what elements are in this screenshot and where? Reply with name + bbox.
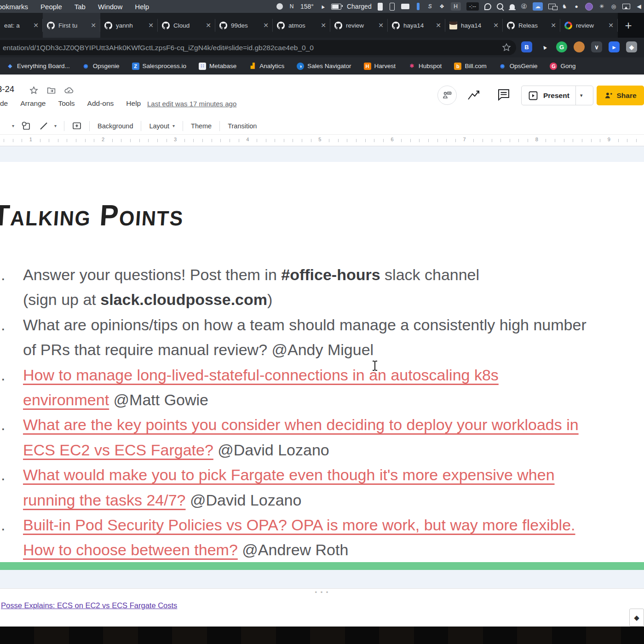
timer-display[interactable]: -:-- — [466, 2, 479, 11]
bookmark-salesprocess-io[interactable]: ZSalesprocess.io — [132, 63, 186, 70]
sparkle-icon[interactable]: ✳ — [598, 2, 605, 11]
line-tool-caret[interactable]: ▾ — [54, 123, 57, 128]
temperature-reading[interactable]: 158° — [300, 2, 314, 11]
slide-list-line[interactable]: .Answer your questions! Post them in #of… — [23, 262, 644, 287]
slides-menu-arrange[interactable]: Arrange — [20, 99, 46, 108]
slides-menu-help[interactable]: Help — [126, 99, 141, 108]
transition-button[interactable]: Transition — [228, 122, 257, 130]
slide-link-text[interactable]: What are the key points you consider whe… — [23, 416, 579, 433]
activity-dashboard-icon[interactable] — [466, 88, 481, 102]
docker-icon[interactable]: ♞ — [561, 2, 568, 11]
slide-list-line[interactable]: environment @Matt Gowie — [23, 387, 644, 412]
present-button[interactable]: Present ▾ — [521, 86, 593, 105]
bookmark-star-icon[interactable] — [501, 42, 512, 52]
phone-icon[interactable] — [389, 2, 396, 11]
browser-tab-cloud[interactable]: Cloud✕ — [158, 13, 215, 38]
browser-tab-review[interactable]: review✕ — [330, 13, 388, 38]
rocket-icon[interactable]: ▲ — [318, 1, 327, 12]
slide-list-line[interactable]: .How to manage long-lived-stateful-conne… — [23, 362, 644, 387]
bookmark-sales-navigator[interactable]: ◑Sales Navigator — [297, 63, 351, 70]
share-button[interactable]: Share — [597, 86, 644, 105]
meter-icon[interactable] — [415, 2, 421, 11]
background-button[interactable]: Background — [98, 122, 133, 130]
toolbar-dropdown-caret[interactable]: ▾ — [12, 123, 14, 128]
diamond-app-icon[interactable]: ❖ — [439, 2, 445, 11]
slide-list-line[interactable]: running the tasks 24/7? @David Lozano — [23, 488, 644, 512]
macos-menu-tab[interactable]: Tab — [75, 3, 86, 11]
loom-extension-icon[interactable]: ▸ — [609, 41, 620, 52]
hazel-icon[interactable]: H — [451, 2, 461, 11]
document-title[interactable]: 3-24 — [0, 84, 14, 94]
slide-list-line[interactable]: .Built-in Pod Security Policies vs OPA? … — [23, 512, 644, 537]
new-tab-button[interactable]: + — [618, 13, 639, 38]
move-folder-icon[interactable] — [46, 86, 56, 95]
slide-link-text[interactable]: running the tasks 24/7? — [23, 491, 185, 509]
slide-body-list[interactable]: .Answer your questions! Post them in #of… — [23, 262, 644, 563]
slide-link-text[interactable]: How to choose between them? — [23, 541, 238, 558]
slide-list-line[interactable]: ECS EC2 vs ECS Fargate? @David Lozano — [23, 437, 644, 462]
browser-tab-atmos[interactable]: atmos✕ — [273, 13, 330, 38]
macos-menu-help[interactable]: Help — [135, 3, 149, 11]
browser-tab-first-tu[interactable]: First tu✕ — [43, 13, 100, 38]
loop-icon[interactable] — [484, 2, 491, 11]
slide-title[interactable]: Talking Points — [0, 197, 185, 234]
layout-caret[interactable]: ▾ — [172, 123, 175, 128]
password-manager-extension-icon[interactable]: B — [521, 41, 532, 52]
slides-menu-tools[interactable]: Tools — [58, 99, 75, 108]
battery-charging-icon[interactable] — [331, 2, 341, 11]
bookmark-everything-board-[interactable]: ◆Everything Board... — [6, 63, 70, 70]
browser-tab-review[interactable]: review✕ — [560, 13, 618, 38]
tab-close-icon[interactable]: ✕ — [378, 22, 384, 29]
line-tool-icon[interactable] — [39, 121, 49, 131]
tab-close-icon[interactable]: ✕ — [551, 22, 556, 29]
macos-menu-ookmarks[interactable]: ookmarks — [0, 3, 28, 11]
browser-tab-haya14[interactable]: haya14✕ — [445, 13, 503, 38]
bookmark-opsgenie[interactable]: ◉Opsgenie — [82, 63, 120, 70]
displays-icon[interactable] — [548, 2, 556, 11]
slide-link-text[interactable]: environment — [23, 391, 109, 408]
browser-tab-haya14[interactable]: haya14✕ — [388, 13, 445, 38]
keyboard-icon[interactable] — [401, 2, 409, 11]
bookmark-harvest[interactable]: HHarvest — [364, 63, 396, 70]
insert-comment-icon[interactable] — [72, 121, 82, 131]
browser-tab-eat-a[interactable]: eat: a✕ — [0, 13, 43, 38]
purple-app-icon[interactable] — [585, 2, 593, 11]
slide-link-text[interactable]: Built-in Pod Security Policies vs OPA? O… — [23, 516, 575, 534]
evernote-icon[interactable] — [276, 2, 283, 11]
notes-resize-handle[interactable]: • • • — [0, 588, 644, 596]
tab-close-icon[interactable]: ✕ — [493, 22, 499, 29]
speaker-notes-area[interactable]: Posse Explains: ECS on EC2 vs ECS Fargat… — [0, 596, 644, 627]
browser-tab-yannh[interactable]: yannh✕ — [100, 13, 158, 38]
green-extension-icon[interactable]: G — [556, 41, 567, 52]
slide-list-line[interactable]: (sign up at slack.cloudposse.com) — [23, 287, 644, 312]
bookmark-metabase[interactable]: ∷Metabase — [199, 63, 236, 70]
last-edit-link[interactable]: Last edit was 17 minutes ago — [147, 100, 236, 108]
browser-tab-99des[interactable]: 99des✕ — [215, 13, 273, 38]
slide-list-line[interactable]: .What are opinions/tips on how a team sh… — [23, 312, 644, 337]
theme-button[interactable]: Theme — [191, 122, 212, 130]
slide-link-text[interactable]: ECS EC2 vs ECS Fargate? — [23, 441, 213, 459]
animal-app-icon[interactable]: ● — [573, 2, 580, 11]
slide-list-line[interactable]: How to choose between them? @Andrew Roth — [23, 537, 644, 562]
bookmark-opsgenie[interactable]: ◉OpsGenie — [499, 63, 538, 70]
present-dropdown-caret[interactable]: ▾ — [580, 92, 583, 98]
slide-list-line[interactable]: .What would make you to pick Fargate eve… — [23, 462, 644, 487]
address-input[interactable]: entation/d/1QDh3cJZ0QBYIPUtt3AHk0KWfGctL… — [0, 40, 516, 55]
pocket-extension-icon[interactable]: ∨ — [591, 41, 602, 52]
lock-cloud-icon[interactable]: ☁ — [533, 2, 543, 11]
slide-list-line[interactable]: .What are the key points you consider wh… — [23, 412, 644, 437]
notification-bell-icon[interactable] — [509, 2, 515, 11]
tab-close-icon[interactable]: ✕ — [33, 22, 39, 29]
tab-close-icon[interactable]: ✕ — [321, 22, 326, 29]
slide-list-line[interactable]: of PRs that require manual review? @Andy… — [23, 337, 644, 362]
spotlight-search-icon[interactable] — [497, 2, 503, 11]
tab-close-icon[interactable]: ✕ — [608, 22, 614, 29]
d-circle-icon[interactable]: ⓓ — [521, 2, 527, 11]
charged-label[interactable]: Charged — [347, 2, 372, 11]
presenter-view-button[interactable] — [437, 86, 457, 105]
slides-menu-de[interactable]: de — [0, 99, 8, 108]
slides-menu-add-ons[interactable]: Add-ons — [87, 99, 114, 108]
tab-close-icon[interactable]: ✕ — [148, 22, 154, 29]
bookmark-gong[interactable]: GGong — [550, 63, 575, 70]
tab-close-icon[interactable]: ✕ — [206, 22, 211, 29]
